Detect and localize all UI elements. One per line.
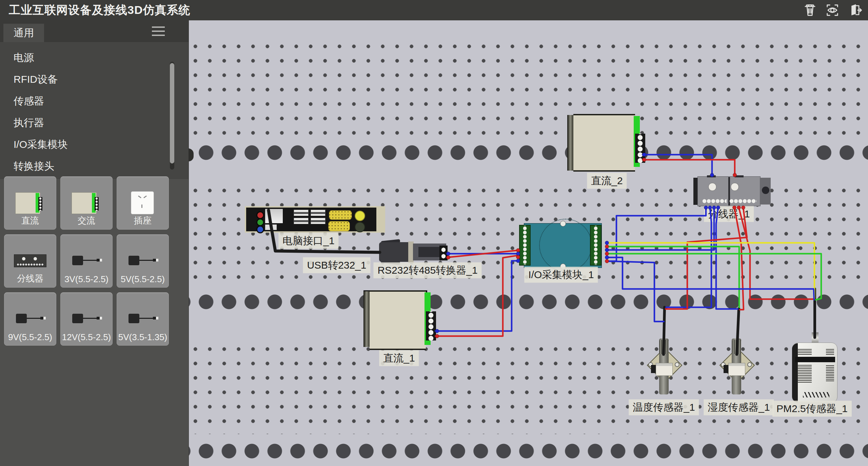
exit-icon[interactable] bbox=[846, 2, 863, 18]
vent bbox=[797, 349, 812, 355]
serial-port bbox=[329, 210, 352, 220]
component-card-1[interactable]: 交流 bbox=[60, 176, 113, 230]
probe-rib bbox=[659, 340, 669, 354]
splitter-screw bbox=[708, 183, 716, 191]
adapter-thumb-icon bbox=[13, 307, 47, 331]
device-label: 直流_1 bbox=[379, 350, 419, 366]
device-label: USB转232_1 bbox=[303, 257, 370, 273]
splitter-notch bbox=[735, 175, 744, 177]
device-computer-interface[interactable] bbox=[245, 206, 385, 233]
component-card-4[interactable]: 3V(5.5-2.5) bbox=[60, 234, 113, 288]
splitter-thumb-icon bbox=[13, 249, 47, 273]
component-card-3[interactable]: 分线器 bbox=[4, 234, 56, 288]
mount-hole bbox=[747, 362, 752, 367]
device-label: 湿度传感器_1 bbox=[704, 400, 774, 415]
card-label: 12V(5.5-2.5) bbox=[61, 332, 112, 343]
app: { "header": { "title": "工业互联网设备及接线3D仿真系统… bbox=[0, 0, 868, 466]
card-label: 分线器 bbox=[4, 273, 56, 285]
component-card-6[interactable]: 9V(5.5-2.5) bbox=[4, 292, 56, 346]
psu-body bbox=[573, 114, 635, 172]
component-card-2[interactable]: 插座 bbox=[117, 176, 169, 230]
panel-cap bbox=[376, 207, 384, 232]
splitter-screw bbox=[731, 183, 739, 191]
card-label: 5V(3.5-1.35) bbox=[117, 332, 169, 343]
usb-port bbox=[311, 210, 326, 216]
component-card-7[interactable]: 12V(5.5-2.5) bbox=[60, 292, 113, 346]
sensor-band bbox=[656, 363, 673, 376]
psu-edge bbox=[567, 115, 574, 171]
audio-jack-red bbox=[256, 211, 264, 219]
device-splitter[interactable] bbox=[693, 176, 771, 206]
db9-shell bbox=[379, 242, 410, 262]
ps2-port bbox=[265, 209, 283, 223]
splitter-terminals[interactable] bbox=[702, 198, 727, 204]
trash-icon[interactable] bbox=[802, 2, 818, 18]
scrollbar-thumb[interactable] bbox=[170, 63, 174, 163]
device-label: RS232转485转换器_1 bbox=[373, 263, 481, 278]
vent bbox=[797, 364, 812, 383]
sidebar-item-0[interactable]: 电源 bbox=[0, 47, 189, 69]
converter-terminal[interactable] bbox=[439, 246, 448, 260]
device-pm25-sensor[interactable] bbox=[792, 343, 837, 403]
sidebar-item-3[interactable]: 执行器 bbox=[0, 112, 189, 134]
device-rs232-485-converter[interactable] bbox=[379, 241, 448, 263]
psu-thumb-icon bbox=[13, 191, 47, 215]
device-label: I/O采集模块_1 bbox=[524, 267, 598, 283]
sensor-band bbox=[728, 363, 745, 376]
header-actions bbox=[802, 2, 863, 18]
device-dc-power-1[interactable] bbox=[363, 290, 436, 350]
device-humidity-sensor[interactable] bbox=[719, 338, 753, 396]
tab-general[interactable]: 通用 bbox=[3, 24, 44, 42]
splitter-terminals[interactable] bbox=[729, 198, 756, 204]
port-block bbox=[265, 225, 277, 230]
io-screw bbox=[560, 221, 566, 227]
view-eye-icon[interactable] bbox=[824, 2, 841, 18]
splitter-right-hole bbox=[762, 187, 769, 194]
usb-port bbox=[294, 218, 309, 224]
component-grid: 直流交流插座分线器3V(5.5-2.5)5V(5.5-2.5)9V(5.5-2.… bbox=[4, 176, 168, 346]
vent-hatch bbox=[803, 392, 829, 397]
adapter-thumb-icon bbox=[70, 307, 103, 331]
page-title: 工业互联网设备及接线3D仿真系统 bbox=[9, 2, 190, 18]
sidebar-item-4[interactable]: I/O采集模块 bbox=[0, 134, 189, 155]
pm25-band bbox=[795, 357, 835, 362]
component-card-8[interactable]: 5V(3.5-1.35) bbox=[117, 292, 169, 346]
component-card-5[interactable]: 5V(5.5-2.5) bbox=[117, 234, 169, 288]
io-terminal-right[interactable] bbox=[590, 225, 601, 266]
mount-hole bbox=[675, 362, 679, 367]
adapter-thumb-icon bbox=[126, 307, 160, 331]
vent bbox=[826, 348, 834, 355]
device-label: 分线器_1 bbox=[704, 206, 754, 222]
device-dc-power-2[interactable] bbox=[567, 114, 645, 172]
adapter-thumb-icon bbox=[126, 249, 160, 273]
card-label: 直流 bbox=[4, 215, 56, 227]
psu-thumb-icon bbox=[70, 191, 103, 215]
device-temperature-sensor[interactable] bbox=[647, 338, 681, 396]
usb-port bbox=[311, 218, 326, 224]
card-label: 插座 bbox=[117, 215, 169, 227]
device-label: 直流_2 bbox=[587, 173, 627, 189]
socket-thumb-icon bbox=[126, 191, 160, 215]
sidebar: 通用 电源RFID设备传感器执行器I/O采集模块转换接头 直流交流插座分线器3V… bbox=[0, 20, 189, 466]
serial-port bbox=[328, 221, 350, 231]
adapter-thumb-icon bbox=[70, 249, 103, 273]
probe-rib bbox=[732, 340, 741, 354]
card-label: 9V(5.5-2.5) bbox=[4, 332, 56, 343]
menu-icon[interactable] bbox=[152, 26, 165, 37]
audio-jack-green bbox=[256, 218, 264, 226]
sidebar-tabstrip: 通用 bbox=[0, 20, 189, 42]
card-label: 3V(5.5-2.5) bbox=[61, 274, 112, 285]
io-circle bbox=[539, 219, 592, 272]
component-card-0[interactable]: 直流 bbox=[4, 176, 56, 230]
card-label: 交流 bbox=[61, 215, 112, 227]
psu-terminal-block[interactable] bbox=[635, 134, 645, 163]
round-connector-dark bbox=[355, 222, 365, 232]
device-io-module[interactable] bbox=[518, 222, 607, 268]
sidebar-item-2[interactable]: 传感器 bbox=[0, 90, 189, 112]
usb-port bbox=[294, 210, 309, 216]
sidebar-item-1[interactable]: RFID设备 bbox=[0, 69, 189, 90]
vent bbox=[826, 364, 834, 381]
psu-terminal-block[interactable] bbox=[426, 311, 436, 341]
sidebar-item-5[interactable]: 转换接头 bbox=[0, 155, 189, 177]
io-terminal-left[interactable] bbox=[519, 225, 531, 266]
